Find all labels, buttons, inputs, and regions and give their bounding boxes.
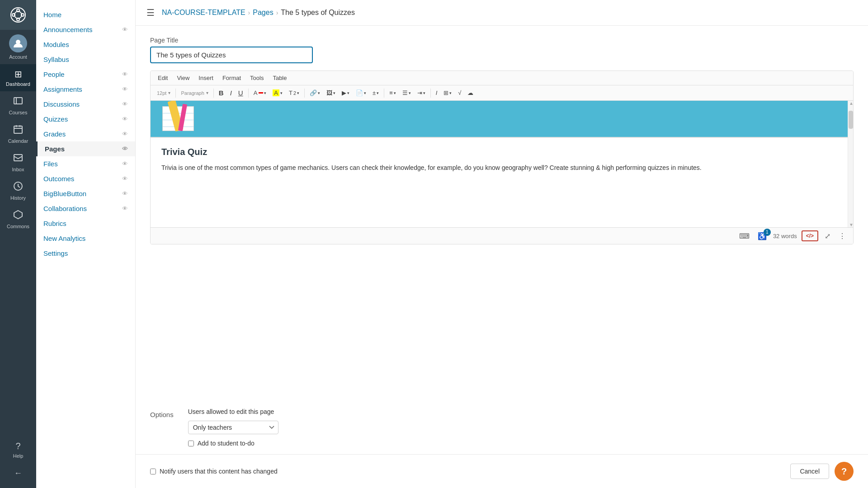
image-button[interactable]: 🖼▾ xyxy=(324,88,338,98)
inbox-icon xyxy=(13,153,23,165)
rail-commons-label: Commons xyxy=(7,224,29,229)
editor-body[interactable]: Trivia Quiz Trivia is one of the most co… xyxy=(151,137,853,182)
rail-item-dashboard[interactable]: ⊞ Dashboard xyxy=(0,64,36,91)
svg-point-4 xyxy=(12,14,15,16)
link-button[interactable]: 🔗▾ xyxy=(307,88,323,98)
breadcrumb-course[interactable]: NA-COURSE-TEMPLATE xyxy=(162,9,245,17)
rail-item-account[interactable]: Account xyxy=(0,30,36,64)
breadcrumb-sep1: › xyxy=(248,9,250,16)
underline-button[interactable]: U xyxy=(236,87,246,99)
sidebar-item-bigbluebutton[interactable]: BigBlueButton 👁 xyxy=(36,186,135,201)
italic-style-button[interactable]: I xyxy=(433,88,440,98)
sidebar-item-files[interactable]: Files 👁 xyxy=(36,156,135,171)
editor-content[interactable]: Trivia Quiz Trivia is one of the most co… xyxy=(151,101,853,227)
sidebar-rubrics-label: Rubrics xyxy=(43,220,66,227)
font-color-button[interactable]: A▾ xyxy=(251,88,269,98)
cancel-button[interactable]: Cancel xyxy=(790,464,829,479)
scrollbar[interactable]: ▲ ▼ xyxy=(848,101,853,227)
todo-label[interactable]: Add to student to-do xyxy=(198,440,255,447)
footer-right: Cancel ? xyxy=(790,462,854,481)
editor-bottom-bar: ⌨ ♿ 1 32 words </> ⤢ ⋮ xyxy=(151,227,853,244)
superscript-button[interactable]: T2▾ xyxy=(286,88,302,98)
media-button[interactable]: ▶▾ xyxy=(339,88,352,98)
fullscreen-button[interactable]: ⤢ xyxy=(823,231,832,241)
sidebar-item-home[interactable]: Home xyxy=(36,7,135,22)
rail-collapse-button[interactable]: ← xyxy=(0,463,36,483)
sidebar-item-assignments[interactable]: Assignments 👁 xyxy=(36,82,135,97)
sidebar-item-rubrics[interactable]: Rubrics xyxy=(36,216,135,231)
list-button[interactable]: ☰▾ xyxy=(400,88,414,98)
sidebar-item-pages[interactable]: Pages 👁 xyxy=(36,141,135,156)
table-button[interactable]: ⊞▾ xyxy=(441,88,454,98)
sidebar-item-people[interactable]: People 👁 xyxy=(36,67,135,82)
rail-item-calendar[interactable]: Calendar xyxy=(0,120,36,148)
cloud-button[interactable]: ☁ xyxy=(465,88,476,98)
sidebar-pages-label: Pages xyxy=(45,145,65,153)
sidebar-syllabus-label: Syllabus xyxy=(43,56,69,63)
align-button[interactable]: ≡▾ xyxy=(387,88,399,98)
content-heading: Trivia Quiz xyxy=(161,147,842,157)
page-title-input[interactable] xyxy=(150,47,313,63)
menu-tools[interactable]: Tools xyxy=(246,73,267,83)
sidebar-item-quizzes[interactable]: Quizzes 👁 xyxy=(36,112,135,127)
sidebar-item-discussions[interactable]: Discussions 👁 xyxy=(36,97,135,112)
svg-point-1 xyxy=(14,11,22,19)
highlight-button[interactable]: A▾ xyxy=(270,88,285,98)
notify-label[interactable]: Notify users that this content has chang… xyxy=(160,468,278,475)
eye-icon: 👁 xyxy=(122,205,128,212)
indent-button[interactable]: ⇥▾ xyxy=(415,88,428,98)
rail-item-inbox[interactable]: Inbox xyxy=(0,148,36,177)
sidebar-item-grades[interactable]: Grades 👁 xyxy=(36,127,135,141)
rail-history-label: History xyxy=(10,195,26,201)
edit-permission-select[interactable]: Only teachers Teachers and students Anyo… xyxy=(188,421,278,434)
todo-checkbox[interactable] xyxy=(188,441,194,446)
rail-help-label: Help xyxy=(13,453,24,459)
equation-button[interactable]: ±▾ xyxy=(370,88,382,98)
sidebar-item-announcements[interactable]: Announcements 👁 xyxy=(36,22,135,37)
bold-button[interactable]: B xyxy=(216,87,226,99)
svg-point-3 xyxy=(17,18,19,21)
sidebar-new-analytics-label: New Analytics xyxy=(43,235,85,242)
accessibility-badge: 1 xyxy=(764,229,771,236)
page-title-label: Page Title xyxy=(150,37,854,44)
font-size-dropdown[interactable]: 12pt ▾ xyxy=(154,89,173,98)
breadcrumb-current: The 5 types of Quizzes xyxy=(281,9,355,17)
rail-dashboard-label: Dashboard xyxy=(6,81,30,87)
sidebar-item-new-analytics[interactable]: New Analytics xyxy=(36,231,135,246)
toolbar-buttons: 12pt ▾ Paragraph ▾ B I U A▾ A▾ xyxy=(151,85,853,101)
keyboard-shortcut-button[interactable]: ⌨ xyxy=(737,231,751,241)
rail-account-label: Account xyxy=(9,54,27,60)
svg-point-2 xyxy=(17,9,19,12)
sidebar-item-syllabus[interactable]: Syllabus xyxy=(36,52,135,67)
html-source-button[interactable]: </> xyxy=(802,230,818,241)
svg-point-0 xyxy=(11,8,25,22)
rail-item-commons[interactable]: Commons xyxy=(0,205,36,234)
sidebar-bigbluebutton-label: BigBlueButton xyxy=(43,190,86,197)
menu-table[interactable]: Table xyxy=(269,73,290,83)
more-options-button[interactable]: ⋮ xyxy=(837,231,848,241)
top-header: ☰ NA-COURSE-TEMPLATE › Pages › The 5 typ… xyxy=(136,0,868,26)
menu-format[interactable]: Format xyxy=(219,73,245,83)
accessibility-button[interactable]: ♿ 1 xyxy=(756,231,769,241)
rail-item-help[interactable]: ? Help xyxy=(0,436,36,463)
paragraph-dropdown[interactable]: Paragraph ▾ xyxy=(178,89,211,98)
document-button[interactable]: 📄▾ xyxy=(353,88,369,98)
notify-checkbox[interactable] xyxy=(150,469,156,474)
menu-view[interactable]: View xyxy=(173,73,193,83)
rail-item-history[interactable]: History xyxy=(0,177,36,205)
menu-edit[interactable]: Edit xyxy=(154,73,171,83)
help-fab-button[interactable]: ? xyxy=(835,462,854,481)
menu-insert[interactable]: Insert xyxy=(195,73,217,83)
italic-button[interactable]: I xyxy=(227,87,235,99)
sidebar-item-outcomes[interactable]: Outcomes 👁 xyxy=(36,171,135,186)
breadcrumb-section[interactable]: Pages xyxy=(253,9,273,17)
sidebar-item-modules[interactable]: Modules xyxy=(36,37,135,52)
math-button[interactable]: √ xyxy=(455,88,464,98)
logo[interactable] xyxy=(0,0,36,30)
rail-calendar-label: Calendar xyxy=(8,138,28,144)
sidebar-item-collaborations[interactable]: Collaborations 👁 xyxy=(36,201,135,216)
toolbar-menu: Edit View Insert Format Tools Table xyxy=(151,71,853,85)
sidebar-item-settings[interactable]: Settings xyxy=(36,246,135,261)
rail-item-courses[interactable]: Courses xyxy=(0,91,36,120)
hamburger-menu[interactable]: ☰ xyxy=(146,7,155,18)
